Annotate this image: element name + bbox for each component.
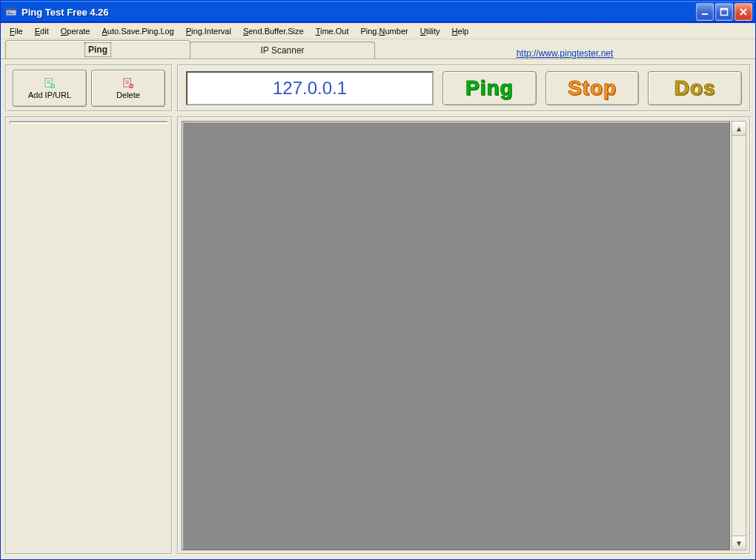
window-controls: [696, 3, 752, 21]
scroll-down-button[interactable]: ▼: [732, 536, 746, 550]
menu-file[interactable]: File: [5, 25, 27, 37]
svg-rect-4: [702, 13, 708, 15]
tab-ipscanner-label: IP Scanner: [260, 45, 304, 56]
menu-utility[interactable]: Utility: [416, 25, 445, 37]
ip-list-panel: [5, 116, 173, 555]
action-toolbar: 127.0.0.1 Ping Stop Dos: [177, 65, 751, 112]
output-area[interactable]: [182, 121, 730, 550]
content-area: Add IP/URL Delete 127.0.0.1 Ping Stop Do…: [1, 59, 755, 559]
menu-timeout[interactable]: Time.Out: [311, 25, 354, 37]
delete-label: Delete: [116, 90, 140, 99]
ip-list-toolbar: Add IP/URL Delete: [5, 65, 173, 112]
svg-rect-3: [7, 13, 13, 14]
dos-button[interactable]: Dos: [648, 71, 742, 105]
tab-ping-label: Ping: [87, 45, 109, 55]
right-column: 127.0.0.1 Ping Stop Dos ▲ ▼: [177, 65, 751, 555]
ip-listbox[interactable]: [10, 121, 168, 124]
svg-rect-1: [6, 8, 16, 10]
menu-interval[interactable]: Ping.Interval: [182, 25, 236, 37]
scroll-track[interactable]: [732, 136, 746, 536]
window-title: Ping Test Free 4.26: [21, 7, 696, 18]
tab-ping[interactable]: Ping: [5, 40, 190, 59]
minimize-button[interactable]: [696, 3, 714, 21]
tab-ipscanner[interactable]: IP Scanner: [190, 42, 375, 59]
add-ip-label: Add IP/URL: [28, 90, 71, 99]
app-icon: [5, 6, 17, 18]
menu-sendbuffer[interactable]: Send.Buffer.Size: [239, 25, 308, 37]
menu-operate[interactable]: Operate: [56, 25, 95, 37]
stop-button[interactable]: Stop: [546, 71, 640, 105]
tab-link-area: http://www.pingtester.net: [374, 48, 755, 59]
maximize-button[interactable]: [715, 3, 733, 21]
close-button[interactable]: [735, 3, 752, 21]
tab-strip: Ping IP Scanner http://www.pingtester.ne…: [1, 39, 755, 59]
menu-help[interactable]: Help: [448, 25, 474, 37]
menu-autosave[interactable]: Auto.Save.Ping.Log: [97, 25, 178, 37]
svg-rect-6: [721, 9, 728, 10]
app-window: Ping Test Free 4.26 File Edit Operate Au…: [0, 0, 756, 560]
delete-button[interactable]: Delete: [91, 70, 165, 107]
delete-icon: [122, 77, 134, 89]
add-ip-button[interactable]: Add IP/URL: [13, 70, 87, 107]
output-panel: ▲ ▼: [177, 116, 751, 555]
title-bar: Ping Test Free 4.26: [1, 1, 755, 23]
menu-pingnumber[interactable]: Ping.Number: [356, 25, 412, 37]
menu-edit[interactable]: Edit: [30, 25, 53, 37]
add-icon: [44, 77, 56, 89]
scroll-up-button[interactable]: ▲: [732, 122, 746, 136]
output-scrollbar[interactable]: ▲ ▼: [732, 121, 746, 550]
website-link[interactable]: http://www.pingtester.net: [517, 48, 614, 59]
ping-button[interactable]: Ping: [442, 71, 537, 105]
menu-bar: File Edit Operate Auto.Save.Ping.Log Pin…: [1, 23, 755, 39]
svg-rect-2: [7, 12, 10, 13]
left-column: Add IP/URL Delete: [5, 65, 173, 555]
ip-input[interactable]: 127.0.0.1: [186, 71, 434, 105]
